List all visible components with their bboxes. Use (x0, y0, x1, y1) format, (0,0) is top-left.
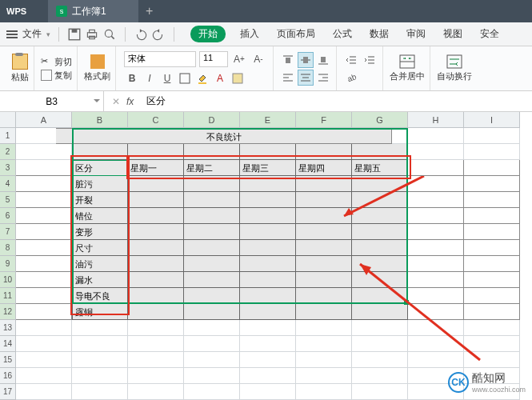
align-center-icon[interactable] (298, 70, 314, 86)
col-header[interactable]: C (128, 112, 184, 128)
col-header[interactable]: D (184, 112, 240, 128)
cell[interactable] (184, 272, 240, 288)
cell[interactable] (184, 256, 240, 272)
cell[interactable] (16, 240, 72, 256)
document-tab[interactable]: s 工作簿1 (48, 0, 138, 22)
cell[interactable] (184, 240, 240, 256)
cell[interactable] (184, 144, 240, 160)
cell[interactable]: 星期四 (296, 160, 352, 176)
col-header[interactable]: B (72, 112, 128, 128)
save-icon[interactable] (67, 27, 82, 42)
decrease-indent-icon[interactable] (343, 52, 359, 68)
cell[interactable] (240, 176, 296, 192)
cell[interactable] (72, 384, 128, 400)
cell[interactable]: 脏污 (72, 176, 128, 192)
increase-font-icon[interactable]: A+ (231, 51, 247, 67)
col-header[interactable]: E (240, 112, 296, 128)
cell[interactable]: 开裂 (72, 192, 128, 208)
cell[interactable] (128, 240, 184, 256)
cell[interactable] (16, 320, 72, 336)
cell[interactable] (72, 320, 128, 336)
cell[interactable] (16, 192, 72, 208)
align-top-icon[interactable] (280, 52, 296, 68)
cell[interactable] (240, 208, 296, 224)
cell[interactable]: 尺寸 (72, 240, 128, 256)
file-menu[interactable]: 文件 (22, 27, 42, 41)
cell[interactable] (352, 224, 408, 240)
cell[interactable] (464, 288, 520, 304)
cell[interactable] (16, 272, 72, 288)
row-header[interactable]: 17 (0, 384, 16, 400)
cell[interactable]: 星期二 (184, 160, 240, 176)
cell[interactable] (408, 192, 464, 208)
cell[interactable] (240, 192, 296, 208)
cell[interactable] (464, 144, 520, 160)
cell[interactable] (240, 352, 296, 368)
cell[interactable] (128, 352, 184, 368)
cell[interactable] (184, 208, 240, 224)
cell[interactable] (72, 352, 128, 368)
tab-view[interactable]: 视图 (440, 26, 466, 42)
cell[interactable] (464, 320, 520, 336)
cell[interactable] (128, 224, 184, 240)
tab-layout[interactable]: 页面布局 (274, 26, 318, 42)
cell[interactable] (296, 256, 352, 272)
cut-button[interactable]: ✂剪切 (41, 56, 72, 68)
cell[interactable] (240, 240, 296, 256)
row-header[interactable]: 5 (0, 192, 16, 208)
select-all-corner[interactable] (0, 112, 16, 128)
cell[interactable] (184, 384, 240, 400)
cell[interactable] (296, 224, 352, 240)
cell[interactable] (296, 320, 352, 336)
tab-review[interactable]: 审阅 (403, 26, 429, 42)
cell[interactable] (184, 320, 240, 336)
row-header[interactable]: 2 (0, 144, 16, 160)
cell[interactable] (408, 128, 464, 144)
cell[interactable] (184, 176, 240, 192)
cell[interactable] (240, 336, 296, 352)
format-painter-button[interactable]: 格式刷 (84, 54, 110, 82)
cell[interactable] (240, 272, 296, 288)
cell[interactable] (464, 176, 520, 192)
tab-start[interactable]: 开始 (190, 26, 226, 42)
formula-input[interactable] (142, 92, 532, 111)
italic-button[interactable]: I (142, 70, 158, 86)
row-header[interactable]: 3 (0, 160, 16, 176)
wrap-text-button[interactable]: 自动换行 (437, 54, 472, 82)
cell[interactable] (72, 368, 128, 384)
cell[interactable] (464, 192, 520, 208)
cell[interactable] (296, 240, 352, 256)
cell[interactable] (296, 336, 352, 352)
row-header[interactable]: 1 (0, 128, 16, 144)
cell[interactable] (128, 208, 184, 224)
cell[interactable]: 星期五 (352, 160, 408, 176)
cell[interactable] (240, 384, 296, 400)
cell[interactable] (72, 144, 128, 160)
cell[interactable] (128, 176, 184, 192)
new-tab-button[interactable]: + (138, 4, 161, 18)
cell[interactable] (408, 320, 464, 336)
cancel-icon[interactable]: ✕ (112, 96, 120, 107)
cell[interactable] (184, 368, 240, 384)
cell[interactable] (72, 336, 128, 352)
cell[interactable] (352, 368, 408, 384)
cell[interactable] (16, 288, 72, 304)
cell[interactable] (184, 336, 240, 352)
cell[interactable] (464, 336, 520, 352)
cell[interactable] (464, 272, 520, 288)
cell[interactable] (128, 144, 184, 160)
cell[interactable] (296, 144, 352, 160)
cell[interactable] (128, 336, 184, 352)
cell[interactable] (184, 304, 240, 320)
redo-icon[interactable] (151, 27, 166, 42)
cell[interactable] (184, 288, 240, 304)
cell[interactable] (464, 224, 520, 240)
decrease-font-icon[interactable]: A- (250, 51, 266, 67)
row-header[interactable]: 11 (0, 288, 16, 304)
row-header[interactable]: 10 (0, 272, 16, 288)
cell[interactable] (464, 256, 520, 272)
cell[interactable] (16, 224, 72, 240)
row-header[interactable]: 13 (0, 320, 16, 336)
row-header[interactable]: 8 (0, 240, 16, 256)
row-header[interactable]: 6 (0, 208, 16, 224)
